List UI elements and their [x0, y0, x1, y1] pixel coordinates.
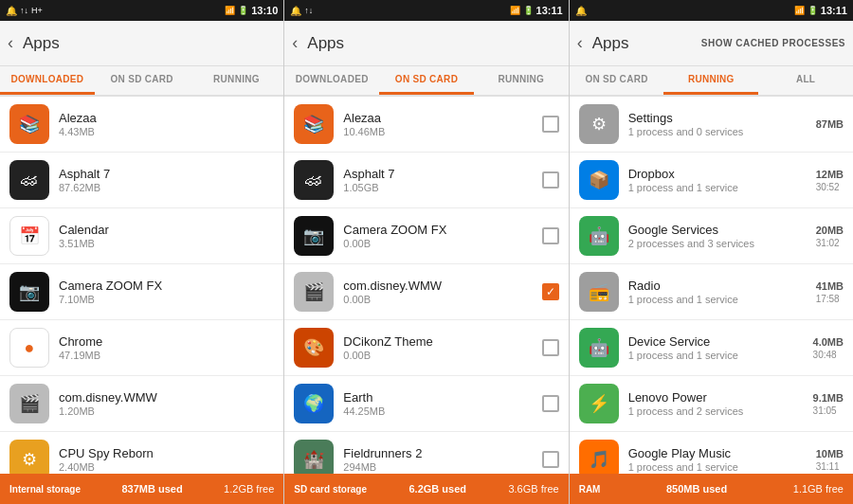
tab-2[interactable]: RUNNING	[190, 66, 284, 95]
app-name: Lenovo Power	[628, 390, 813, 405]
list-item[interactable]: ⚙Settings1 process and 0 services87MB	[570, 97, 853, 153]
app-mem: 4.0MB30:48	[813, 336, 844, 360]
action-bar: ‹Apps	[0, 21, 283, 66]
app-size: 2.40MB	[59, 461, 274, 473]
status-left: 🔔↑↓	[290, 6, 313, 16]
app-checkbox[interactable]	[542, 339, 559, 356]
tab-0[interactable]: ON SD CARD	[570, 66, 664, 95]
app-info: Settings1 process and 0 services	[628, 111, 816, 137]
tab-2[interactable]: RUNNING	[474, 66, 569, 95]
list-item[interactable]: 📚Alezaa4.43MB	[0, 97, 283, 153]
list-item[interactable]: 🤖Device Service1 process and 1 service4.…	[570, 320, 853, 376]
list-item[interactable]: 📚Alezaa10.46MB	[284, 97, 568, 153]
action-bar-title: Apps	[307, 34, 560, 53]
app-checkbox[interactable]	[542, 171, 559, 189]
bottom-storage-bar: SD card storage6.2GB used3.6GB free	[284, 474, 568, 504]
app-info: Earth44.25MB	[343, 390, 535, 417]
app-name: Earth	[343, 390, 535, 405]
list-item[interactable]: 🎵Google Play Music1 process and 1 servic…	[570, 432, 853, 474]
list-item[interactable]: 🎨DCikonZ Theme0.00B	[284, 320, 568, 376]
app-name: Camera ZOOM FX	[59, 279, 274, 293]
lenovo-icon: ⚡	[579, 384, 619, 423]
app-name: Calendar	[59, 223, 274, 237]
show-cached-button[interactable]: SHOW CACHED PROCESSES	[701, 38, 845, 48]
screens-container: 🔔↑↓H+📶🔋13:10‹AppsDOWNLOADEDON SD CARDRUN…	[0, 0, 853, 504]
screen-3: 🔔📶🔋13:11‹AppsSHOW CACHED PROCESSESON SD …	[570, 0, 853, 504]
gplay-music-icon: 🎵	[579, 440, 619, 474]
list-item[interactable]: 🎬com.disney.WMW0.00B✓	[284, 264, 568, 320]
app-checkbox[interactable]	[542, 227, 559, 244]
app-checkbox[interactable]	[542, 116, 559, 133]
storage-label: SD card storage	[294, 484, 367, 495]
status-right: 📶🔋13:11	[794, 5, 847, 16]
list-item[interactable]: 🎬com.disney.WMW1.20MB	[0, 376, 283, 432]
list-item[interactable]: ⚙CPU Spy Reborn2.40MB	[0, 432, 283, 474]
storage-used: 837MB used	[121, 483, 182, 495]
tab-1[interactable]: RUNNING	[663, 66, 758, 95]
tabs-bar: DOWNLOADEDON SD CARDRUNNING	[0, 66, 283, 97]
app-info: Radio1 process and 1 service	[628, 279, 816, 305]
app-size: 1 process and 1 service	[628, 350, 813, 361]
status-right: 📶🔋13:10	[225, 5, 278, 16]
tab-2[interactable]: ALL	[758, 66, 853, 95]
app-name: com.disney.WMW	[343, 279, 535, 293]
tab-0[interactable]: DOWNLOADED	[0, 66, 95, 95]
tab-1[interactable]: ON SD CARD	[379, 66, 474, 95]
back-button[interactable]: ‹	[577, 33, 587, 53]
app-size: 294MB	[343, 461, 535, 473]
storage-free: 1.2GB free	[224, 483, 274, 495]
app-mem: 87MB	[816, 118, 844, 130]
app-name: Camera ZOOM FX	[343, 223, 535, 237]
app-checkbox[interactable]: ✓	[542, 283, 559, 300]
list-item[interactable]: 🌍Earth44.25MB	[284, 376, 568, 432]
app-checkbox[interactable]	[542, 451, 559, 468]
app-name: Chrome	[59, 334, 274, 349]
chrome-icon: ●	[9, 328, 49, 368]
storage-label: RAM	[579, 484, 601, 495]
app-size: 87.62MB	[59, 182, 274, 193]
back-button[interactable]: ‹	[292, 33, 301, 53]
app-info: Alezaa4.43MB	[59, 111, 274, 137]
action-bar: ‹AppsSHOW CACHED PROCESSES	[570, 21, 853, 66]
action-bar-title: Apps	[592, 34, 701, 53]
list-item[interactable]: ⚡Lenovo Power1 process and 2 services9.1…	[570, 376, 853, 432]
tab-0[interactable]: DOWNLOADED	[284, 66, 379, 95]
alezaa-icon: 📚	[9, 104, 49, 144]
app-info: CPU Spy Reborn2.40MB	[59, 446, 274, 473]
app-mem: 41MB17:58	[816, 280, 844, 304]
status-bar: 🔔↑↓H+📶🔋13:10	[0, 0, 283, 21]
app-size: 0.00B	[343, 238, 535, 249]
app-size: 44.25MB	[343, 405, 535, 417]
storage-free: 3.6GB free	[508, 483, 558, 495]
app-info: Asphalt 71.05GB	[343, 167, 535, 193]
google-services-icon: 🤖	[579, 216, 619, 256]
app-size: 0.00B	[343, 350, 535, 361]
list-item[interactable]: ●Chrome47.19MB	[0, 320, 283, 376]
list-item[interactable]: 🤖Google Services2 processes and 3 servic…	[570, 208, 853, 264]
tab-1[interactable]: ON SD CARD	[95, 66, 190, 95]
app-info: Google Services2 processes and 3 service…	[628, 223, 816, 249]
app-checkbox[interactable]	[542, 395, 559, 412]
app-size: 1 process and 1 service	[628, 461, 816, 473]
list-item[interactable]: 📷Camera ZOOM FX7.10MB	[0, 264, 283, 320]
storage-label: Internal storage	[9, 484, 81, 495]
app-name: Google Play Music	[628, 446, 816, 460]
app-size: 1.05GB	[343, 182, 535, 193]
list-item[interactable]: 📦Dropbox1 process and 1 service12MB30:52	[570, 153, 853, 208]
camerafx-icon: 📷	[9, 272, 49, 312]
app-size: 0.00B	[343, 294, 535, 305]
app-mem: 10MB31:11	[816, 448, 844, 472]
disney-icon: 🎬	[294, 272, 334, 312]
app-list: 📚Alezaa4.43MB🏎Asphalt 787.62MB📅Calendar3…	[0, 97, 283, 474]
camerafx-icon: 📷	[294, 216, 334, 256]
list-item[interactable]: 📅Calendar3.51MB	[0, 208, 283, 264]
back-arrow-icon: ‹	[292, 33, 298, 53]
list-item[interactable]: 🏰Fieldrunners 2294MB	[284, 432, 568, 474]
list-item[interactable]: 🏎Asphalt 787.62MB	[0, 153, 283, 208]
radio-icon: 📻	[579, 272, 619, 312]
list-item[interactable]: 🏎Asphalt 71.05GB	[284, 153, 568, 208]
list-item[interactable]: 📷Camera ZOOM FX0.00B	[284, 208, 568, 264]
app-name: Dropbox	[628, 167, 816, 181]
list-item[interactable]: 📻Radio1 process and 1 service41MB17:58	[570, 264, 853, 320]
back-button[interactable]: ‹	[8, 33, 17, 53]
